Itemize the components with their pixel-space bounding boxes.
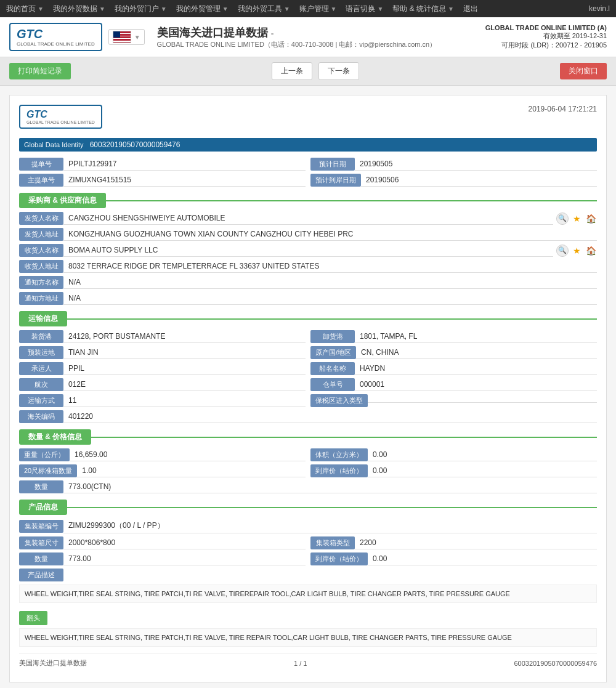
prev-button-top[interactable]: 上一条 — [272, 62, 312, 80]
notify-name-row: 通知方名称 N/A — [19, 276, 597, 289]
gdi-row: Global Data Identity 6003201905070000059… — [19, 138, 597, 152]
origin-col: 原产国/地区 CN, CHINA — [310, 346, 597, 359]
warehouse-value: 000001 — [355, 378, 597, 391]
nav-manage[interactable]: 我的外贸管理 ▼ — [176, 4, 229, 14]
search-icon[interactable]: 🔍 — [556, 245, 569, 257]
supply-section-header: 采购商 & 供应商信息 — [19, 193, 597, 208]
origin-value: CN, CHINA — [356, 346, 597, 359]
shipper-name-row: 发货人名称 CANGZHOU SHENGSHIWEIYE AUTOMOBILE … — [19, 212, 597, 225]
shipper-address-label: 发货人地址 — [19, 228, 63, 241]
language-selector[interactable]: ▼ — [108, 29, 145, 45]
arrow-icon: ▼ — [161, 6, 167, 12]
product-desc-header-row: 产品描述 — [19, 569, 597, 581]
nav-portal[interactable]: 我的外贸门户 ▼ — [115, 4, 167, 14]
transport-mode-row: 运输方式 11 保税区进入类型 — [19, 394, 597, 407]
product-qty-row: 数量 773.00 到岸价（结价） 0.00 — [19, 552, 597, 565]
main-content: GTC GLOBAL TRADE ONLINE LIMITED 2019-06-… — [0, 86, 616, 688]
ldr-info: 可用时段 (LDR)：200712 - 201905 — [485, 41, 607, 50]
nav-help[interactable]: 帮助 & 统计信息 ▼ — [392, 4, 454, 14]
weight-value: 16,659.00 — [70, 448, 306, 461]
preloading-col: 预装运地 TIAN JIN — [19, 346, 306, 359]
nav-account[interactable]: 账户管理 ▼ — [299, 4, 337, 14]
close-button-top[interactable]: 关闭窗口 — [560, 63, 607, 79]
home-icon[interactable]: 🏠 — [585, 245, 597, 257]
load-port-col: 装货港 24128, PORT BUSTAMANTE — [19, 330, 306, 343]
weight-label: 重量（公斤） — [19, 448, 70, 461]
next-button-top[interactable]: 下一条 — [318, 62, 359, 80]
nav-tools[interactable]: 我的外贸工具 ▼ — [238, 4, 290, 14]
transport-section-header: 运输信息 — [19, 311, 597, 326]
product-price-value: 0.00 — [368, 552, 597, 565]
print-button-top[interactable]: 打印简短记录 — [9, 63, 71, 79]
product-section-title: 产品信息 — [19, 500, 67, 515]
title-dash: - — [271, 28, 274, 38]
qty-value: 773.00(CTN) — [63, 480, 597, 493]
doc-footer-right: 6003201905070000059476 — [514, 660, 597, 667]
nav-language[interactable]: 语言切换 ▼ — [346, 4, 383, 14]
product-qty-col: 数量 773.00 — [19, 552, 306, 565]
arrow-icon: ▼ — [448, 6, 454, 12]
vessel-col: 船名名称 HAYDN — [310, 362, 597, 375]
container-size-value: 2000*806*800 — [63, 536, 306, 549]
consignee-address-value: 8032 TERRACE RIDGE DR TEMPLETERRACE FL 3… — [63, 260, 597, 273]
search-icon[interactable]: 🔍 — [556, 212, 569, 225]
nav-home[interactable]: 我的首页 ▼ — [6, 4, 44, 14]
container-type-col: 集装箱类型 2200 — [310, 536, 597, 549]
carrier-value: PPIL — [63, 362, 306, 375]
product-price-col: 到岸价（结价） 0.00 — [310, 552, 597, 565]
main-bill-value: ZIMUXNG4151515 — [63, 174, 306, 187]
transport-mode-col: 运输方式 11 — [19, 394, 306, 407]
arrow-icon: ▼ — [377, 6, 383, 12]
container-qty-row: 20尺标准箱数量 1.00 到岸价（结价） 0.00 — [19, 464, 597, 477]
container-size-col: 集装箱尺寸 2000*806*800 — [19, 536, 306, 549]
main-bill-col: 主提单号 ZIMUXNG4151515 — [19, 174, 306, 187]
header-subtitle: GLOBAL TRADE ONLINE LIMITED（电话：400-710-3… — [157, 40, 485, 49]
translate-button[interactable]: 翻头 — [19, 611, 47, 625]
arrival-price-label: 到岸价（结价） — [310, 464, 368, 477]
top-toolbar: 打印简短记录 上一条 下一条 关闭窗口 — [0, 57, 616, 86]
arrival-price-value: 0.00 — [368, 464, 597, 477]
container-size-row: 集装箱尺寸 2000*806*800 集装箱类型 2200 — [19, 536, 597, 549]
doc-footer-page: 1 / 1 — [294, 660, 307, 667]
star-icon[interactable]: ★ — [570, 245, 583, 257]
logo-text: GTC — [17, 27, 95, 41]
notify-address-label: 通知方地址 — [19, 292, 63, 305]
page-header: GTC GLOBAL TRADE ONLINE LIMITED ▼ 美国海关进口… — [0, 17, 616, 57]
nav-items: 我的首页 ▼ 我的外贸数据 ▼ 我的外贸门户 ▼ 我的外贸管理 ▼ 我的外贸工具… — [6, 4, 478, 14]
gdi-value: 6003201905070000059476 — [90, 140, 180, 149]
notify-address-value: N/A — [63, 292, 597, 305]
preloading-row: 预装运地 TIAN JIN 原产国/地区 CN, CHINA — [19, 346, 597, 359]
nav-logout[interactable]: 退出 — [463, 4, 478, 14]
product-description: WHEEL WEIGHT,TIRE SEAL STRING, TIRE PATC… — [19, 585, 597, 603]
nav-data[interactable]: 我的外贸数据 ▼ — [53, 4, 105, 14]
customs-row: 海关编码 401220 — [19, 410, 597, 423]
star-icon[interactable]: ★ — [570, 212, 583, 225]
carrier-row: 承运人 PPIL 船名名称 HAYDN — [19, 362, 597, 375]
main-bill-label: 主提单号 — [19, 174, 63, 187]
logo-area: GTC GLOBAL TRADE ONLINE LIMITED — [9, 23, 102, 51]
arrival-date-col: 预计日期 20190505 — [310, 158, 597, 171]
container-qty-value: 1.00 — [77, 464, 306, 477]
arrow-icon: ▼ — [222, 6, 229, 12]
carrier-label: 承运人 — [19, 362, 63, 375]
bill-row: 提单号 PPILTJ129917 预计日期 20190505 — [19, 158, 597, 171]
product-section-line — [67, 507, 597, 508]
product-desc-label: 产品描述 — [19, 569, 63, 581]
product-price-label: 到岸价（结价） — [310, 552, 368, 565]
home-icon[interactable]: 🏠 — [585, 212, 597, 225]
page-title: 美国海关进口提单数据 - — [157, 25, 485, 40]
transport-mode-value: 11 — [63, 394, 306, 407]
load-port-label: 装货港 — [19, 330, 63, 343]
gdi-label: Global Data Identity — [24, 141, 84, 148]
container-qty-label: 20尺标准箱数量 — [19, 464, 77, 477]
logo-sub: GLOBAL TRADE ONLINE LIMITED — [17, 41, 95, 47]
shipper-name-label: 发货人名称 — [19, 212, 63, 225]
container-type-value: 2200 — [355, 536, 597, 549]
main-bill-row: 主提单号 ZIMUXNG4151515 预计到岸日期 20190506 — [19, 174, 597, 187]
volume-value: 0.00 — [368, 448, 597, 461]
customs-value: 401220 — [63, 410, 597, 423]
consignee-address-label: 收货人地址 — [19, 260, 63, 273]
customs-label: 海关编码 — [19, 410, 63, 423]
arrow-icon: ▼ — [331, 6, 337, 12]
data-section-header: 数量 & 价格信息 — [19, 429, 597, 445]
